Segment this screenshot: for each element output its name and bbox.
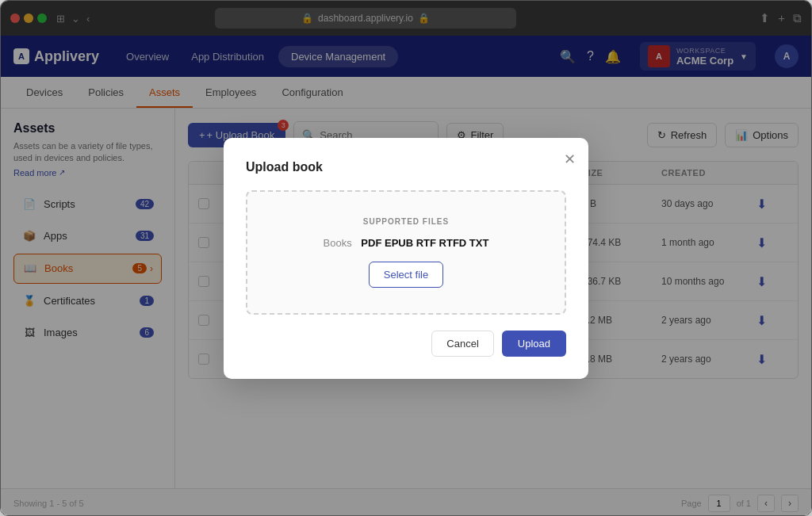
drop-zone[interactable]: SUPPORTED FILES Books PDF EPUB RTF RTFD … <box>246 190 566 315</box>
modal-close-button[interactable]: ✕ <box>564 151 576 168</box>
upload-book-modal: Upload book ✕ SUPPORTED FILES Books PDF … <box>224 138 588 379</box>
upload-button[interactable]: Upload <box>502 331 566 357</box>
cancel-button[interactable]: Cancel <box>431 331 493 357</box>
supported-files-label: SUPPORTED FILES <box>266 217 546 226</box>
formats-text: Books PDF EPUB RTF RTFD TXT <box>266 237 546 249</box>
formats-list: PDF EPUB RTF RTFD TXT <box>361 237 488 249</box>
modal-overlay: Upload book ✕ SUPPORTED FILES Books PDF … <box>1 1 811 515</box>
modal-title: Upload book <box>246 160 566 174</box>
modal-actions: Cancel Upload <box>246 331 566 357</box>
formats-prefix: Books <box>324 237 352 249</box>
select-file-button[interactable]: Select file <box>369 262 443 288</box>
